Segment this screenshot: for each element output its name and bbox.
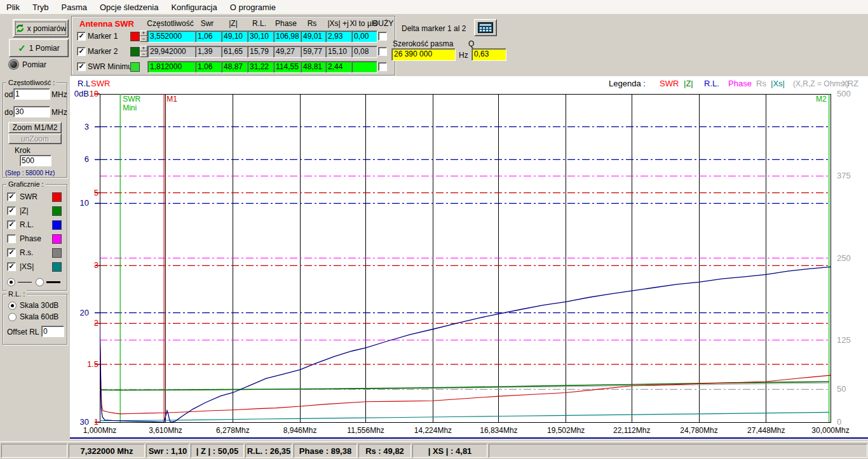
x-pomiarow-label: x pomiarów <box>27 24 66 33</box>
zoom-m1m2-button[interactable]: Zoom M1/M2 <box>8 122 62 133</box>
trace-row-rs: ✓R.s. <box>3 246 67 260</box>
chart-svg: 1,000Mhz3,610Mhz6,278Mhz8,946Mhz11,556Mh… <box>70 76 868 439</box>
marker-value-1-5[interactable]: 59,77 <box>301 46 327 58</box>
marker-value-2-5[interactable]: 48,81 <box>301 61 327 73</box>
trace-checkbox-4[interactable]: ✓ <box>7 248 16 257</box>
menu-item-5[interactable]: O programie <box>224 1 282 13</box>
calculator-button[interactable] <box>474 19 497 36</box>
do-unit: MHz <box>51 108 67 117</box>
one-pomiar-button[interactable]: ✓ 1 Pomiar <box>9 39 69 57</box>
marker-value-2-2[interactable]: 48,87 <box>221 61 248 73</box>
x-pomiarow-button[interactable]: x pomiarów <box>13 19 69 37</box>
thin-line-radio[interactable] <box>7 278 15 286</box>
marker-value-1-6[interactable]: 15,10 <box>325 46 353 58</box>
spinner-down-button[interactable]: − <box>140 36 147 42</box>
marker-value-1-3[interactable]: 15,79 <box>247 46 275 58</box>
trace-checkbox-1[interactable]: ✓ <box>7 206 16 215</box>
bandwidth-field[interactable]: 26 390 000 <box>391 48 456 61</box>
trace-row-z: ✓|Z| <box>3 204 67 218</box>
xrz-axis-label: 500 <box>837 89 851 98</box>
swr-axis-label: 2 <box>94 318 98 328</box>
marker-value-1-7[interactable]: 0,08 <box>351 46 377 58</box>
duzy-checkbox-2[interactable] <box>378 62 387 71</box>
legend-item-4: Rs <box>756 79 766 88</box>
trace-checkbox-3[interactable] <box>7 234 16 243</box>
status-field-4: Phase : 89,38 <box>294 444 357 458</box>
trace-checkbox-0[interactable]: ✓ <box>7 192 16 201</box>
krok-input[interactable] <box>20 155 51 166</box>
marker-value-2-0[interactable]: 1,812000 <box>147 61 196 73</box>
menu-item-1[interactable]: Tryb <box>26 1 55 13</box>
x-tick-label: 19,502Mhz <box>547 426 585 435</box>
marker-row-label-2: SWR Minimu <box>88 62 132 71</box>
thick-line-radio[interactable] <box>36 278 44 286</box>
status-field-0: 7,322000 Mhz <box>69 444 145 458</box>
skala-30-radio[interactable] <box>8 302 17 310</box>
rl-axis-label: 0dB <box>74 89 89 98</box>
status-field-1: Swr : 1,10 <box>146 444 189 458</box>
duzy-checkbox-1[interactable] <box>378 47 387 56</box>
marker-value-2-1[interactable]: 1,06 <box>195 61 222 73</box>
offset-rl-input[interactable] <box>41 326 64 337</box>
menu-item-3[interactable]: Opcje śledzenia <box>93 1 165 13</box>
menu-item-0[interactable]: Plik <box>0 1 26 13</box>
duzy-checkbox-0[interactable] <box>378 32 387 41</box>
marker-row-label-0: Marker 1 <box>88 32 118 41</box>
x-tick-label: 16,834Mhz <box>480 426 517 435</box>
marker-value-2-6[interactable]: 2,44 <box>325 61 353 73</box>
marker-row-checkbox-1[interactable]: ✓ <box>77 47 86 56</box>
freq-from-input[interactable] <box>13 88 50 100</box>
marker-label-0: SWR <box>123 95 140 103</box>
hz-label: Hz <box>459 51 468 60</box>
marker-value-0-0[interactable]: 3,552000 <box>147 30 196 43</box>
skala-60-radio[interactable] <box>8 313 17 321</box>
marker-value-1-2[interactable]: 61,65 <box>221 46 248 58</box>
x-tick-label: 11,556Mhz <box>347 426 384 435</box>
marker-color-swatch-0 <box>130 32 140 41</box>
marker-value-0-1[interactable]: 1,06 <box>195 30 222 43</box>
unzoom-button[interactable]: unZoom <box>8 133 62 144</box>
menu-item-4[interactable]: Konfiguracja <box>165 1 223 13</box>
marker-value-0-6[interactable]: 2,93 <box>325 30 353 43</box>
marker-label-2: M2 <box>816 95 827 103</box>
marker-value-1-4[interactable]: 49,27 <box>273 46 302 58</box>
freq-to-input[interactable] <box>13 106 50 117</box>
offset-rl-label: Offset RL <box>7 328 39 336</box>
marker-value-2-4[interactable]: 114,55 <box>273 61 302 73</box>
trace-color-swatch-0 <box>52 192 62 202</box>
trace-color-swatch-3 <box>52 234 62 244</box>
chart-panel: 1,000Mhz3,610Mhz6,278Mhz8,946Mhz11,556Mh… <box>70 76 868 439</box>
krok-label: Krok <box>15 146 31 155</box>
marker-value-0-3[interactable]: 30,10 <box>247 30 275 43</box>
marker-value-0-2[interactable]: 49,10 <box>221 30 248 43</box>
trace-row-phase: Phase <box>3 232 67 246</box>
marker-value-0-4[interactable]: 106,98 <box>273 30 302 43</box>
marker-value-2-7[interactable] <box>351 61 377 73</box>
trace-checkbox-5[interactable]: ✓ <box>7 262 16 271</box>
spinner-down-button[interactable]: − <box>140 51 147 57</box>
marker-value-2-3[interactable]: 31,22 <box>247 61 275 73</box>
skala-30-row[interactable]: Skala 30dB <box>8 301 58 310</box>
marker-value-1-1[interactable]: 1,39 <box>195 46 222 58</box>
marker-value-0-7[interactable]: 0,00 <box>351 30 377 43</box>
marker-row-checkbox-0[interactable]: ✓ <box>77 32 86 41</box>
knob-icon[interactable] <box>9 60 18 69</box>
od-label: od <box>4 90 13 99</box>
q-field[interactable]: 0,63 <box>471 48 506 61</box>
skala-60-row[interactable]: Skala 60dB <box>8 312 58 321</box>
frequency-group: Częstotliwość : od MHz do MHz Zoom M1/M2… <box>3 83 67 178</box>
legend-title: Legenda : <box>609 79 646 88</box>
trace-checkbox-2[interactable]: ✓ <box>7 220 16 229</box>
menu-item-2[interactable]: Pasma <box>55 1 93 13</box>
xrz-axis-label: 0 <box>837 417 841 427</box>
marker-value-1-0[interactable]: 29,942000 <box>147 46 196 58</box>
x-tick-label: 22,112Mhz <box>613 426 650 435</box>
trace-label-5: |XS| <box>20 262 34 271</box>
marker-value-0-5[interactable]: 49,01 <box>301 30 327 43</box>
rl-axis-label: 30 <box>80 417 89 427</box>
xrz-axis-label: 50 <box>837 384 846 394</box>
marker-spinner-0: +− <box>140 30 147 41</box>
legend-item-5: |Xs| <box>771 79 785 88</box>
marker-row-checkbox-2[interactable]: ✓ <box>77 62 86 71</box>
status-field-6: | XS | : 4,81 <box>412 444 487 458</box>
